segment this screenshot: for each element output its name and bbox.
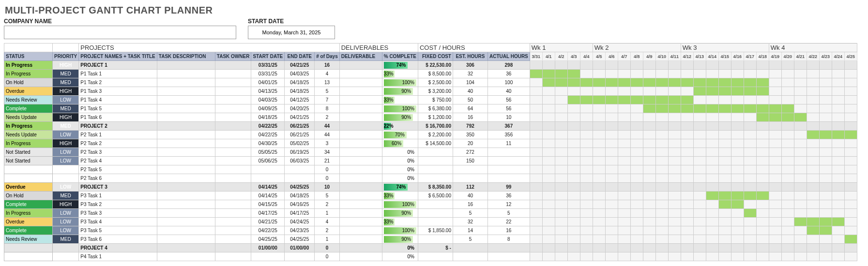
start-date[interactable]: 04/22/25 (251, 226, 285, 235)
task-name[interactable]: P3 Task 5 (79, 226, 157, 235)
act-hours[interactable]: 36 (487, 192, 530, 200)
pct-complete[interactable]: 0% (382, 174, 418, 183)
deliverable-cell[interactable] (339, 174, 382, 183)
est-hours[interactable] (453, 165, 487, 174)
task-name[interactable]: PROJECT 2 (79, 122, 157, 131)
deliverable-cell[interactable] (339, 192, 382, 200)
deliverable-cell[interactable] (339, 148, 382, 157)
task-name[interactable]: P3 Task 6 (79, 235, 157, 244)
owner-cell[interactable] (215, 226, 251, 235)
days-cell[interactable]: 10 (315, 183, 339, 192)
est-hours[interactable]: 350 (453, 131, 487, 139)
desc-cell[interactable] (157, 165, 215, 174)
desc-cell[interactable] (157, 104, 215, 113)
end-date[interactable]: 04/25/25 (285, 235, 315, 244)
owner-cell[interactable] (215, 165, 251, 174)
start-date[interactable]: 04/21/25 (251, 218, 285, 226)
cost-cell[interactable]: $ 8,350.00 (418, 183, 453, 192)
est-hours[interactable]: 272 (453, 148, 487, 157)
status-cell[interactable] (4, 244, 53, 252)
owner-cell[interactable] (215, 87, 251, 96)
owner-cell[interactable] (215, 209, 251, 218)
cost-cell[interactable] (418, 148, 453, 157)
est-hours[interactable]: 5 (453, 209, 487, 218)
status-cell[interactable]: Needs Review (4, 235, 53, 244)
end-date[interactable]: 04/03/25 (285, 70, 315, 78)
start-date[interactable]: 05/06/25 (251, 157, 285, 165)
task-name[interactable]: P2 Task 4 (79, 157, 157, 165)
pct-complete[interactable]: 60% (382, 139, 418, 148)
cost-cell[interactable]: $ 750.00 (418, 96, 453, 104)
act-hours[interactable]: 99 (487, 183, 530, 192)
priority-cell[interactable]: HIGH (53, 200, 79, 209)
task-name[interactable]: P1 Task 6 (79, 113, 157, 122)
start-date[interactable]: 03/31/25 (251, 61, 285, 70)
deliverable-cell[interactable] (339, 183, 382, 192)
est-hours[interactable]: 50 (453, 96, 487, 104)
status-cell[interactable]: On Hold (4, 78, 53, 87)
cost-cell[interactable]: $ 6,380.00 (418, 104, 453, 113)
start-date[interactable]: 03/31/25 (251, 70, 285, 78)
days-cell[interactable]: 44 (315, 122, 339, 131)
desc-cell[interactable] (157, 174, 215, 183)
start-date[interactable]: 04/22/25 (251, 122, 285, 131)
end-date[interactable]: 04/21/25 (285, 61, 315, 70)
act-hours[interactable]: 12 (487, 200, 530, 209)
deliverable-cell[interactable] (339, 104, 382, 113)
act-hours[interactable]: 367 (487, 122, 530, 131)
pct-complete[interactable]: 0% (382, 148, 418, 157)
owner-cell[interactable] (215, 148, 251, 157)
end-date[interactable]: 06/19/25 (285, 148, 315, 157)
status-cell[interactable]: Not Started (4, 148, 53, 157)
cost-cell[interactable]: $ 2,500.00 (418, 78, 453, 87)
owner-cell[interactable] (215, 200, 251, 209)
est-hours[interactable] (453, 174, 487, 183)
task-name[interactable]: P1 Task 2 (79, 78, 157, 87)
days-cell[interactable]: 4 (315, 70, 339, 78)
priority-cell[interactable]: HIGH (53, 113, 79, 122)
priority-cell[interactable]: MED (53, 70, 79, 78)
end-date[interactable]: 06/21/25 (285, 131, 315, 139)
days-cell[interactable]: 34 (315, 148, 339, 157)
end-date[interactable] (285, 252, 315, 261)
end-date[interactable]: 01/00/00 (285, 244, 315, 252)
start-date[interactable]: 01/00/00 (251, 244, 285, 252)
priority-cell[interactable]: LOW (53, 148, 79, 157)
deliverable-cell[interactable] (339, 61, 382, 70)
days-cell[interactable]: 21 (315, 157, 339, 165)
days-cell[interactable]: 2 (315, 200, 339, 209)
priority-cell[interactable]: MED (53, 104, 79, 113)
days-cell[interactable]: 3 (315, 139, 339, 148)
end-date[interactable]: 04/16/25 (285, 200, 315, 209)
days-cell[interactable]: 1 (315, 209, 339, 218)
priority-cell[interactable] (53, 165, 79, 174)
pct-complete[interactable]: 33% (382, 218, 418, 226)
cost-cell[interactable] (418, 252, 453, 261)
status-cell[interactable]: Not Started (4, 157, 53, 165)
desc-cell[interactable] (157, 192, 215, 200)
priority-cell[interactable]: HIGH (53, 139, 79, 148)
pct-complete[interactable]: 90% (382, 87, 418, 96)
desc-cell[interactable] (157, 113, 215, 122)
start-date[interactable]: 04/03/25 (251, 96, 285, 104)
deliverable-cell[interactable] (339, 244, 382, 252)
days-cell[interactable]: 5 (315, 192, 339, 200)
owner-cell[interactable] (215, 244, 251, 252)
desc-cell[interactable] (157, 78, 215, 87)
end-date[interactable]: 04/12/25 (285, 96, 315, 104)
task-name[interactable]: P1 Task 1 (79, 70, 157, 78)
status-cell[interactable]: Complete (4, 200, 53, 209)
priority-cell[interactable]: HIGH (53, 87, 79, 96)
task-name[interactable]: P3 Task 2 (79, 200, 157, 209)
pct-complete[interactable]: 22% (382, 122, 418, 131)
priority-cell[interactable] (53, 252, 79, 261)
company-input[interactable] (4, 26, 236, 39)
owner-cell[interactable] (215, 113, 251, 122)
pct-complete[interactable]: 100% (382, 78, 418, 87)
task-name[interactable]: P1 Task 4 (79, 96, 157, 104)
start-date[interactable]: 04/25/25 (251, 235, 285, 244)
start-date[interactable] (251, 174, 285, 183)
task-name[interactable]: P3 Task 1 (79, 192, 157, 200)
est-hours[interactable]: 40 (453, 87, 487, 96)
start-date[interactable]: 04/22/25 (251, 131, 285, 139)
